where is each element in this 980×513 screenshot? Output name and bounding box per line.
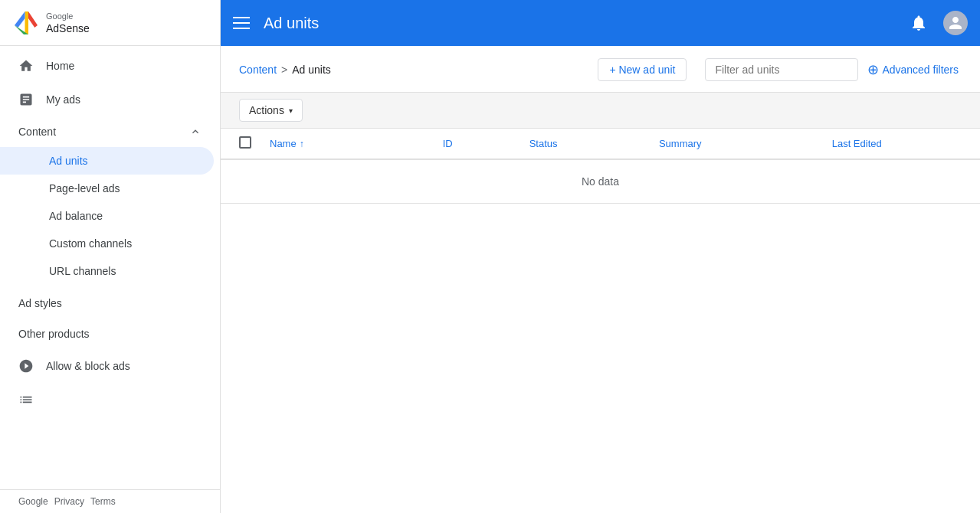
advanced-filters-button[interactable]: ⊕ Advanced filters	[864, 57, 962, 83]
select-all-checkbox[interactable]	[239, 136, 251, 149]
performance-icon	[18, 392, 34, 407]
sidebar-content-section: Content Ad units Page-level ads	[0, 116, 220, 285]
custom-channels-label: Custom channels	[49, 237, 132, 250]
sidebar-sub-item-page-level-ads[interactable]: Page-level ads	[0, 175, 214, 202]
sort-arrow-icon: ↑	[300, 139, 304, 149]
content-section-label: Content	[18, 126, 56, 138]
sidebar-item-my-ads[interactable]: My ads	[0, 83, 214, 116]
dropdown-arrow-icon: ▾	[289, 106, 293, 115]
no-data-text: No data	[582, 175, 619, 188]
svg-marker-1	[28, 11, 38, 28]
url-channels-label: URL channels	[49, 265, 116, 277]
data-table: Name ↑ ID Status Summary Last Edited	[221, 129, 980, 513]
col-last-edited-header[interactable]: Last Edited	[832, 138, 962, 149]
sidebar-home-label: Home	[46, 60, 74, 72]
sidebar-item-performance-reports[interactable]	[0, 383, 214, 417]
sidebar-sub-item-ad-units[interactable]: Ad units	[0, 147, 214, 175]
ad-units-label: Ad units	[49, 155, 88, 167]
sidebar-sub-item-url-channels[interactable]: URL channels	[0, 257, 214, 285]
google-adsense-logo-icon	[12, 9, 40, 37]
sidebar: Home My ads Content	[0, 46, 221, 513]
footer-brand: Google	[18, 496, 48, 507]
content-area: Content > Ad units + New ad unit ⊕ Advan…	[221, 46, 980, 513]
svg-marker-2	[15, 11, 25, 28]
col-name-header[interactable]: Name ↑	[270, 138, 443, 149]
breadcrumb-separator: >	[281, 64, 287, 76]
filter-input[interactable]	[705, 58, 858, 81]
page-title: Ad units	[264, 15, 906, 32]
breadcrumb-current: Ad units	[292, 64, 331, 76]
privacy-link[interactable]: Privacy	[54, 496, 84, 507]
sidebar-content-header[interactable]: Content	[0, 116, 214, 147]
menu-button[interactable]	[233, 14, 251, 32]
home-icon	[18, 58, 34, 74]
user-avatar[interactable]	[943, 11, 968, 35]
logo-text: Google AdSense	[46, 10, 90, 34]
my-ads-icon	[18, 92, 34, 107]
sidebar-sub-item-ad-balance[interactable]: Ad balance	[0, 202, 214, 230]
block-icon	[18, 358, 34, 374]
terms-link[interactable]: Terms	[90, 496, 116, 507]
no-data-row: No data	[221, 160, 980, 204]
actions-label: Actions	[249, 104, 284, 116]
col-status-header[interactable]: Status	[529, 138, 659, 149]
sidebar-footer: Google Privacy Terms	[0, 489, 220, 513]
page-level-ads-label: Page-level ads	[49, 182, 120, 194]
sidebar-sub-item-custom-channels[interactable]: Custom channels	[0, 230, 214, 257]
table-header-row: Name ↑ ID Status Summary Last Edited	[221, 129, 980, 160]
new-ad-unit-button[interactable]: + New ad unit	[598, 58, 687, 81]
chevron-up-icon	[189, 126, 202, 138]
breadcrumb-parent[interactable]: Content	[239, 64, 277, 76]
breadcrumb: Content > Ad units	[239, 64, 331, 76]
table-toolbar: Actions ▾	[221, 93, 980, 129]
sidebar-my-ads-label: My ads	[46, 93, 80, 106]
col-summary-header[interactable]: Summary	[659, 138, 832, 149]
sidebar-item-other-products[interactable]: Other products	[0, 319, 214, 349]
sidebar-item-home[interactable]: Home	[0, 49, 214, 83]
ad-styles-label: Ad styles	[18, 297, 62, 309]
advanced-filters-label: Advanced filters	[882, 64, 959, 76]
sidebar-item-allow-block-ads[interactable]: Allow & block ads	[0, 349, 214, 383]
col-id-header[interactable]: ID	[443, 138, 529, 149]
notification-bell-icon[interactable]	[906, 11, 931, 35]
content-top-bar: Content > Ad units + New ad unit ⊕ Advan…	[221, 46, 980, 93]
other-products-label: Other products	[18, 328, 90, 340]
allow-block-ads-label: Allow & block ads	[46, 360, 130, 372]
plus-icon: ⊕	[867, 61, 879, 78]
actions-button[interactable]: Actions ▾	[239, 99, 303, 122]
sidebar-item-ad-styles[interactable]: Ad styles	[0, 288, 214, 319]
svg-marker-0	[25, 11, 29, 34]
ad-balance-label: Ad balance	[49, 210, 103, 222]
